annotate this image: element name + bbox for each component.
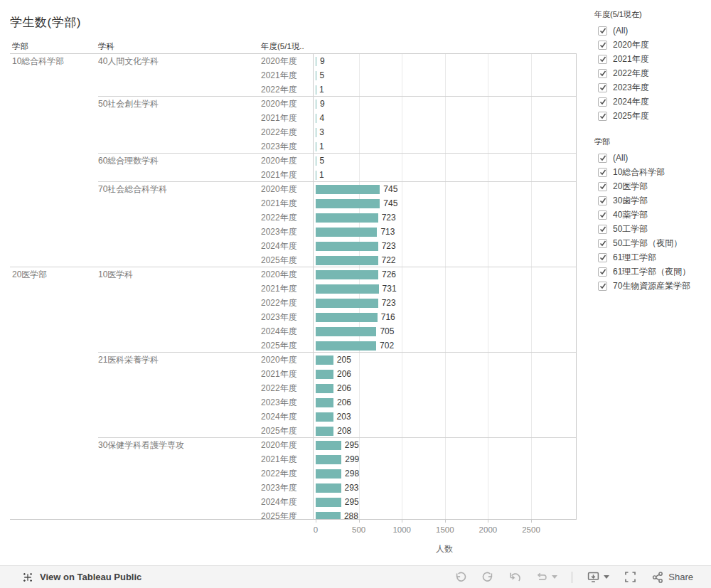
filter-checkbox-item[interactable]: 2020年度	[594, 38, 708, 52]
undo-button[interactable]	[454, 571, 467, 584]
bar-value-label: 206	[337, 395, 351, 410]
checkbox-checked-icon[interactable]	[598, 41, 607, 50]
checkbox-checked-icon[interactable]	[598, 225, 607, 234]
checkbox-checked-icon[interactable]	[598, 112, 607, 121]
year-cell: 2021年度	[261, 452, 297, 466]
axis-tick	[402, 519, 402, 523]
filter-checkbox-item[interactable]: 2023年度	[594, 80, 708, 95]
bar[interactable]	[316, 356, 333, 365]
bar[interactable]	[316, 483, 341, 493]
bar-value-label: 745	[383, 182, 397, 196]
year-cell: 2022年度	[261, 210, 297, 225]
filter-checkbox-item[interactable]: (All)	[594, 151, 708, 165]
year-cell: 2020年度	[261, 353, 297, 367]
bar[interactable]	[316, 156, 316, 166]
bar[interactable]	[316, 185, 380, 194]
bar[interactable]	[316, 341, 376, 351]
bar[interactable]	[316, 384, 333, 393]
bar-value-label: 206	[337, 367, 351, 381]
bar-value-label: 5	[320, 68, 325, 82]
axis-tick	[316, 519, 316, 523]
revert-button[interactable]	[508, 571, 521, 584]
checkbox-checked-icon[interactable]	[598, 168, 607, 177]
filter-checkbox-item[interactable]: 20医学部	[594, 179, 708, 193]
filter-checkbox-item[interactable]: 70生物資源産業学部	[594, 279, 708, 293]
filter-checkbox-item[interactable]: 61理工学部	[594, 250, 708, 264]
filter-checkbox-item[interactable]: 2024年度	[594, 95, 708, 109]
checkbox-checked-icon[interactable]	[598, 26, 607, 36]
replay-caret-icon	[552, 575, 557, 579]
toolbar-actions: Share	[440, 570, 693, 584]
filter-checkbox-item[interactable]: 2022年度	[594, 66, 708, 80]
bar[interactable]	[316, 313, 378, 322]
year-cell: 2022年度	[261, 296, 297, 310]
bar[interactable]	[316, 71, 316, 80]
filter-checkbox-item[interactable]: 50工学部（夜間）	[594, 236, 708, 250]
table-row: 2023年度713	[10, 225, 577, 239]
checkbox-checked-icon[interactable]	[598, 282, 607, 291]
fullscreen-button[interactable]	[624, 570, 637, 584]
bar-value-label: 705	[380, 324, 394, 338]
tableau-dashboard: 学生数(学部) 学部 学科 年度(5/1現.. 10総合科学部40人間文化学科2…	[0, 0, 711, 588]
page-title: 学生数(学部)	[10, 14, 81, 31]
filter-checkbox-item[interactable]: 61理工学部（夜間）	[594, 264, 708, 279]
bar[interactable]	[316, 412, 333, 422]
year-cell: 2024年度	[261, 324, 297, 338]
bar[interactable]	[316, 199, 380, 208]
filter-panel: 年度(5/1現在)(All)2020年度2021年度2022年度2023年度20…	[594, 9, 708, 293]
checkbox-checked-icon[interactable]	[598, 97, 607, 107]
checkbox-checked-icon[interactable]	[598, 55, 607, 64]
bar[interactable]	[316, 256, 378, 265]
bar[interactable]	[316, 370, 333, 379]
bar-value-label: 288	[344, 509, 358, 519]
download-button[interactable]	[587, 570, 609, 584]
bar[interactable]	[316, 498, 341, 507]
year-cell: 2021年度	[261, 168, 297, 182]
checkbox-checked-icon[interactable]	[598, 239, 607, 248]
filter-checkbox-item[interactable]: 2021年度	[594, 52, 708, 66]
bar[interactable]	[316, 228, 377, 237]
bar[interactable]	[316, 469, 341, 479]
bottom-toolbar: View on Tableau Public	[0, 565, 711, 588]
checkbox-checked-icon[interactable]	[598, 182, 607, 191]
bar[interactable]	[316, 455, 341, 464]
year-cell: 2023年度	[261, 481, 297, 495]
year-cell: 2020年度	[261, 154, 297, 168]
filter-item-label: 2025年度	[613, 110, 649, 122]
checkbox-checked-icon[interactable]	[598, 196, 607, 205]
replay-button[interactable]	[535, 571, 557, 584]
share-button[interactable]: Share	[651, 571, 693, 584]
bar[interactable]	[316, 100, 316, 109]
bar[interactable]	[316, 213, 378, 223]
bar[interactable]	[316, 270, 378, 279]
bar-value-label: 299	[345, 452, 359, 466]
checkbox-checked-icon[interactable]	[598, 253, 607, 262]
bar[interactable]	[316, 299, 378, 308]
bar[interactable]	[316, 441, 341, 450]
checkbox-checked-icon[interactable]	[598, 210, 607, 220]
redo-button[interactable]	[481, 571, 494, 584]
bar[interactable]	[316, 284, 379, 294]
bar-value-label: 295	[345, 495, 359, 509]
filter-checkbox-item[interactable]: 10総合科学部	[594, 165, 708, 179]
bar[interactable]	[316, 242, 378, 251]
checkbox-checked-icon[interactable]	[598, 154, 607, 163]
filter-checkbox-item[interactable]: 50工学部	[594, 222, 708, 236]
checkbox-checked-icon[interactable]	[598, 83, 607, 92]
bar[interactable]	[316, 327, 376, 336]
checkbox-checked-icon[interactable]	[598, 69, 607, 78]
checkbox-checked-icon[interactable]	[598, 267, 607, 277]
year-cell: 2022年度	[261, 82, 297, 97]
bar[interactable]	[316, 427, 333, 436]
bar[interactable]	[316, 57, 316, 66]
filter-item-label: (All)	[613, 26, 628, 36]
filter-checkbox-item[interactable]: 2025年度	[594, 109, 708, 123]
filter-checkbox-item[interactable]: 40薬学部	[594, 208, 708, 222]
view-on-tableau-public-link[interactable]: View on Tableau Public	[22, 572, 141, 583]
filter-item-label: 2021年度	[613, 53, 649, 65]
filter-checkbox-item[interactable]: 30歯学部	[594, 193, 708, 208]
bar[interactable]	[316, 512, 341, 520]
filter-checkbox-item[interactable]: (All)	[594, 23, 708, 38]
axis-tick-label: 1000	[392, 525, 411, 534]
bar[interactable]	[316, 398, 333, 407]
